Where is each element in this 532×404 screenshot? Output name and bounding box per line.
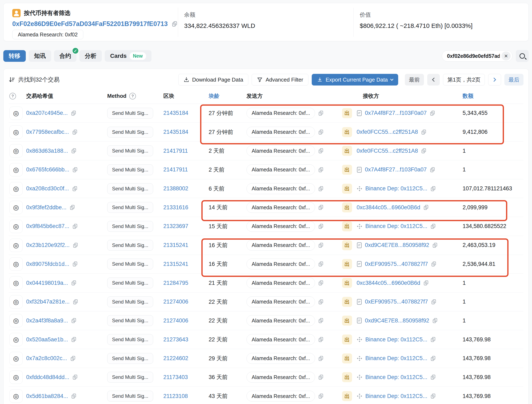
copy-from-icon[interactable] — [318, 186, 324, 192]
copy-to-icon[interactable] — [430, 110, 435, 116]
preview-tx-button[interactable]: ◎ — [9, 163, 23, 176]
copy-hash-icon[interactable] — [71, 393, 77, 399]
copy-from-icon[interactable] — [318, 393, 324, 399]
to-address-link[interactable]: 0xfe0FCC55...c2ff251A8 — [357, 129, 418, 135]
to-address-link[interactable]: 0x7A4f8F27...f103F0a07 — [365, 110, 427, 116]
copy-to-icon[interactable] — [431, 299, 437, 305]
tab-analytics[interactable]: 分析 — [79, 50, 102, 62]
copy-from-icon[interactable] — [318, 280, 324, 286]
preview-tx-button[interactable]: ◎ — [9, 239, 23, 252]
tx-hash-link[interactable]: 0x2a4f3f8a8a9... — [26, 318, 68, 324]
copy-hash-icon[interactable] — [72, 186, 78, 192]
address-name-tag[interactable]: Alameda Research: 0xf02 — [12, 30, 83, 39]
from-address-tag[interactable]: Alameda Research: 0xf... — [247, 164, 315, 175]
copy-to-icon[interactable] — [430, 223, 436, 229]
to-address-link[interactable]: 0xEF909575...4078827f7 — [365, 261, 428, 267]
method-badge[interactable]: Send Multi Sig... — [107, 221, 153, 232]
from-address-tag[interactable]: Alameda Research: 0xf... — [247, 183, 315, 194]
preview-tx-button[interactable]: ◎ — [9, 182, 23, 195]
block-link[interactable]: 21123108 — [163, 393, 188, 399]
tx-hash-link[interactable]: 0x863d63a188... — [26, 148, 68, 154]
copy-hash-icon[interactable] — [72, 261, 78, 267]
block-link[interactable]: 21417911 — [163, 166, 188, 173]
preview-tx-button[interactable]: ◎ — [9, 201, 23, 214]
tx-hash-link[interactable]: 0xfddc48d84dd... — [26, 374, 69, 380]
copy-from-icon[interactable] — [318, 337, 324, 342]
header-amount-sort[interactable]: 数额 — [462, 92, 524, 100]
from-address-tag[interactable]: Alameda Research: 0xf... — [247, 202, 315, 213]
tx-hash-link[interactable]: 0xa207c4945e... — [26, 110, 68, 116]
first-page-button[interactable]: 最前 — [405, 74, 424, 85]
tab-contract[interactable]: 合约 ✓ — [54, 50, 76, 62]
from-address-tag[interactable]: Alameda Research: 0xf... — [247, 127, 315, 137]
tx-hash-link[interactable]: 0x044198019a... — [26, 280, 68, 286]
copy-hash-icon[interactable] — [71, 318, 77, 324]
preview-tx-button[interactable]: ◎ — [9, 390, 23, 403]
tab-transfers[interactable]: 转移 — [3, 50, 26, 62]
copy-from-icon[interactable] — [318, 261, 324, 267]
method-badge[interactable]: Send Multi Sig... — [107, 108, 153, 119]
method-badge[interactable]: Send Multi Sig... — [107, 315, 153, 326]
header-age-sort[interactable]: 块龄 — [209, 92, 247, 100]
to-address-link[interactable]: 0x7A4f8F27...f103F0a07 — [365, 166, 427, 173]
tx-hash-link[interactable]: 0x9f3fef2ddbe... — [26, 204, 66, 211]
to-address-link[interactable]: 0xd9C4E7E8...850958f92 — [365, 242, 429, 248]
copy-hash-icon[interactable] — [72, 223, 78, 229]
copy-hash-icon[interactable] — [72, 167, 78, 173]
tx-hash-link[interactable]: 0x77958ecafbc... — [26, 129, 69, 135]
to-address-link[interactable]: 0xd9C4E7E8...850958f92 — [365, 318, 429, 324]
copy-to-icon[interactable] — [423, 280, 429, 286]
prev-page-button[interactable] — [427, 74, 440, 85]
block-link[interactable]: 21273643 — [163, 336, 188, 343]
tx-hash-link[interactable]: 0x520aa5ae1b... — [26, 336, 68, 343]
block-link[interactable]: 21274006 — [163, 299, 188, 305]
method-badge[interactable]: Send Multi Sig... — [107, 278, 153, 288]
copy-from-icon[interactable] — [318, 110, 324, 116]
copy-hash-icon[interactable] — [70, 204, 75, 210]
copy-from-icon[interactable] — [318, 299, 324, 305]
preview-tx-button[interactable]: ◎ — [9, 106, 23, 120]
copy-hash-icon[interactable] — [72, 129, 78, 135]
method-badge[interactable]: Send Multi Sig... — [107, 127, 153, 137]
method-badge[interactable]: Send Multi Sig... — [107, 372, 153, 383]
method-badge[interactable]: Send Multi Sig... — [107, 240, 153, 251]
tx-hash-link[interactable]: 0x5d61ba8284... — [26, 393, 68, 399]
method-badge[interactable]: Send Multi Sig... — [107, 296, 153, 307]
from-address-tag[interactable]: Alameda Research: 0xf... — [247, 353, 315, 364]
copy-to-icon[interactable] — [432, 242, 438, 248]
preview-tx-button[interactable]: ◎ — [9, 314, 23, 327]
last-page-button[interactable]: 最后 — [504, 74, 524, 85]
preview-tx-button[interactable]: ◎ — [9, 144, 23, 157]
block-link[interactable]: 21388002 — [163, 185, 188, 192]
tx-hash-link[interactable]: 0x23b120e92f2... — [26, 242, 70, 248]
copy-from-icon[interactable] — [318, 356, 324, 361]
search-input[interactable] — [447, 53, 500, 59]
from-address-tag[interactable]: Alameda Research: 0xf... — [247, 334, 315, 345]
tx-hash-link[interactable]: 0x6765fc666bb... — [26, 166, 69, 173]
to-address-link[interactable]: 0xfe0FCC55...c2ff251A8 — [357, 148, 418, 154]
tx-hash-link[interactable]: 0x89075fdcb1d... — [26, 261, 69, 267]
to-address-link[interactable]: Binance Dep: 0x112C5... — [365, 336, 427, 343]
export-page-data-button[interactable]: Export Current Page Data — [312, 74, 398, 85]
block-link[interactable]: 21331616 — [163, 204, 188, 211]
method-badge[interactable]: Send Multi Sig... — [107, 353, 153, 364]
tx-hash-link[interactable]: 0xa208cd30c0f... — [26, 185, 69, 192]
method-badge[interactable]: Send Multi Sig... — [107, 259, 153, 269]
method-badge[interactable]: Send Multi Sig... — [107, 145, 153, 156]
from-address-tag[interactable]: Alameda Research: 0xf... — [247, 259, 315, 269]
search-filter-pill[interactable]: × — [442, 50, 513, 62]
copy-hash-icon[interactable] — [73, 242, 78, 248]
copy-address-icon[interactable] — [171, 21, 178, 27]
tx-hash-link[interactable]: 0xf32b47a281e... — [26, 299, 70, 305]
to-address-link[interactable]: Binance Dep: 0x112C5... — [365, 355, 427, 362]
tab-cards[interactable]: Cards New — [105, 50, 152, 62]
copy-to-icon[interactable] — [421, 148, 427, 154]
from-address-tag[interactable]: Alameda Research: 0xf... — [247, 296, 315, 307]
tab-news[interactable]: 知讯 — [29, 50, 51, 62]
to-address-link[interactable]: 0xEF909575...4078827f7 — [365, 299, 428, 305]
copy-hash-icon[interactable] — [71, 280, 77, 286]
block-link[interactable]: 21173403 — [163, 374, 188, 380]
to-address-link[interactable]: Binance Dep: 0x112C5... — [365, 393, 427, 399]
copy-to-icon[interactable] — [423, 204, 429, 210]
copy-to-icon[interactable] — [421, 129, 427, 135]
